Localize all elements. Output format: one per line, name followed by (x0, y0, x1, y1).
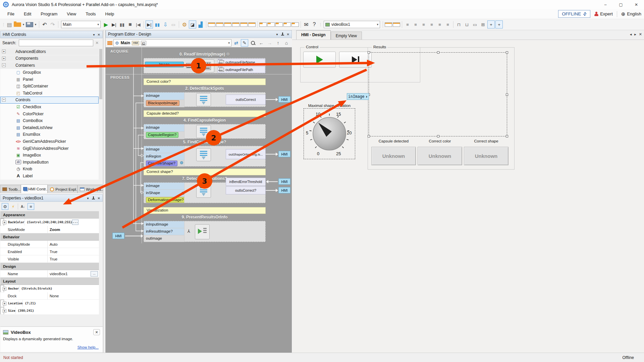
dock-tab[interactable]: Workspa... (77, 185, 103, 193)
property-value[interactable]: Zoom (47, 226, 99, 233)
resize-handle[interactable] (437, 135, 439, 137)
search-clear-icon[interactable]: ✕ (95, 41, 99, 45)
property-value[interactable]: None (47, 292, 99, 299)
step-over-icon[interactable]: ▶| (110, 20, 118, 28)
expander-icon[interactable]: − (2, 63, 6, 67)
expander-icon[interactable]: + (3, 302, 6, 305)
expander-icon[interactable]: + (2, 57, 6, 60)
port-inregion[interactable]: inRegion (144, 153, 184, 160)
align-left-icon[interactable]: ≡ (404, 20, 411, 28)
property-row[interactable]: + Anchor {Stretch;Stretch} (0, 285, 4, 292)
window-toolbox-icon[interactable] (224, 22, 231, 27)
program-menu-icon[interactable] (107, 41, 112, 45)
send-back-icon[interactable] (393, 22, 400, 27)
rewind-icon[interactable]: |◀ (135, 20, 142, 28)
expander-icon[interactable]: − (2, 98, 6, 102)
layout-wide-icon[interactable] (275, 22, 283, 27)
menu-item[interactable]: File (3, 9, 19, 19)
expander-icon[interactable]: + (3, 221, 6, 224)
resize-handle[interactable] (506, 135, 508, 137)
correct-color-indicator[interactable]: Unknown (418, 147, 462, 165)
property-value[interactable]: {7;21} (22, 300, 36, 307)
filter-block-findcapsuleregion[interactable]: 4. FindCapsuleRegion inImage CapsuleRegi… (144, 118, 266, 139)
dropdown-icon[interactable]: ▾ (22, 20, 25, 28)
port-capsuleshape[interactable]: CapsuleShape? (146, 161, 177, 166)
search-input[interactable] (19, 40, 93, 46)
tree-item[interactable]: ◫ SplitContainer (0, 83, 99, 90)
tree-item[interactable]: ☑ CheckBox (0, 104, 99, 111)
property-value[interactable]: videoBox1 (47, 270, 91, 277)
comment-correct-color[interactable]: Correct color? (144, 78, 266, 85)
port-deformationsimage[interactable]: DeformationsImage? (146, 197, 184, 203)
comment-capsule-detected[interactable]: Capsule detected? (144, 110, 266, 117)
layout-hmi-icon[interactable] (291, 22, 299, 27)
resize-handle[interactable] (368, 51, 370, 54)
port-outimage[interactable]: outImage (144, 235, 184, 242)
pause-icon[interactable]: ▮▮ (118, 20, 126, 28)
window-hmi-icon[interactable] (216, 22, 223, 27)
port-inbenderrorthreshold[interactable]: inBendErrorThreshold (226, 178, 266, 186)
close-panel-icon[interactable]: ✕ (287, 33, 289, 36)
tree-scrollbar[interactable] (99, 48, 103, 180)
property-row[interactable]: Dock None (0, 292, 99, 300)
redo-icon[interactable]: ↷ (49, 20, 56, 28)
property-value[interactable]: True (47, 255, 99, 262)
port-image[interactable]: Image (145, 62, 184, 67)
offline-mode-button[interactable]: OFFLINE ⇄ (558, 10, 590, 18)
separator[interactable] (38, 20, 40, 28)
property-row[interactable]: Design (0, 263, 99, 270)
dock-tab[interactable]: Project Expl... (48, 185, 77, 193)
port-inresultimage[interactable]: inResultImage? (144, 228, 184, 235)
help-close-button[interactable]: ✕ (93, 329, 100, 335)
deploy-icon[interactable]: ▭ (170, 20, 177, 28)
tree-item[interactable]: ▤ EnumBox (0, 131, 99, 138)
tree-item[interactable]: ✎ ColorPicker (0, 110, 99, 117)
collapse-panel-icon[interactable]: ▾ (93, 33, 95, 37)
layout-split-icon[interactable] (267, 22, 275, 27)
bring-front-icon[interactable] (385, 22, 392, 27)
port-inimage[interactable]: inImage (144, 124, 184, 132)
port-outiscorrect2[interactable]: outIsCorrect? (226, 186, 266, 194)
window-console-icon[interactable] (240, 22, 248, 27)
property-row[interactable]: + BackColor {Control;240;240;240;255} ..… (0, 219, 4, 226)
layout-single-icon[interactable] (259, 22, 267, 27)
port-outiscorrect[interactable]: outIsCorrect (226, 95, 266, 105)
dock-tab[interactable]: HMI Contr... (21, 184, 48, 193)
port-inimage[interactable]: inImage (144, 93, 184, 100)
tree-item[interactable]: ▢ GroupBox (0, 69, 99, 76)
stop-icon[interactable]: ■ (126, 20, 134, 28)
dock-tab[interactable]: Toolb... (0, 185, 21, 193)
expander-icon[interactable]: + (3, 309, 6, 313)
statistics-icon[interactable]: ▮▮ (154, 20, 161, 28)
correct-shape-indicator[interactable]: Unknown (464, 147, 508, 165)
separator[interactable] (57, 20, 59, 28)
collapse-panel-icon[interactable]: ▾ (276, 33, 278, 36)
tree-item[interactable]: ▤ ComboBox (0, 117, 99, 124)
separator[interactable] (382, 20, 384, 28)
grip-handle[interactable]: ⋮ (2, 20, 5, 28)
expander-icon[interactable]: + (3, 287, 6, 291)
navigate-home-icon[interactable]: ⌂ (283, 39, 290, 47)
port-ininputimage[interactable]: inInputImage (144, 221, 184, 228)
close-panel-icon[interactable]: ✕ (98, 33, 100, 37)
tree-item[interactable]: ▤ DetailedListView (0, 124, 99, 131)
dropdown-icon[interactable]: ▾ (34, 20, 37, 28)
tab-empty-view[interactable]: Empty View (331, 32, 362, 40)
comment-correct-shape[interactable]: Correct shape? (144, 169, 266, 175)
tree-item[interactable]: + Components (0, 55, 99, 62)
property-ellipsis-button[interactable]: ... (72, 220, 78, 225)
anchor-h-icon[interactable]: + (487, 20, 495, 28)
align-right-icon[interactable]: ≡ (420, 20, 427, 28)
same-width-icon[interactable]: ⊓ (455, 20, 463, 28)
property-row[interactable]: DisplayMode Auto (0, 241, 99, 248)
run-until-icon[interactable]: ▶| (146, 20, 153, 28)
events-view-icon[interactable]: ⚡ (10, 203, 16, 210)
open-folder-icon[interactable] (14, 22, 21, 27)
port-outshapeornothing[interactable]: outShapeOrNothing.Is... (226, 149, 266, 159)
menu-item[interactable]: Tools (81, 9, 100, 19)
settings-icon[interactable]: ⚙ (181, 20, 188, 28)
menu-item[interactable]: Edit (19, 9, 36, 19)
hmi-port-tag[interactable]: HMI (278, 187, 290, 193)
property-row[interactable]: SizeMode Zoom (0, 226, 99, 233)
hmi-port-tag[interactable]: HMI (278, 96, 290, 103)
